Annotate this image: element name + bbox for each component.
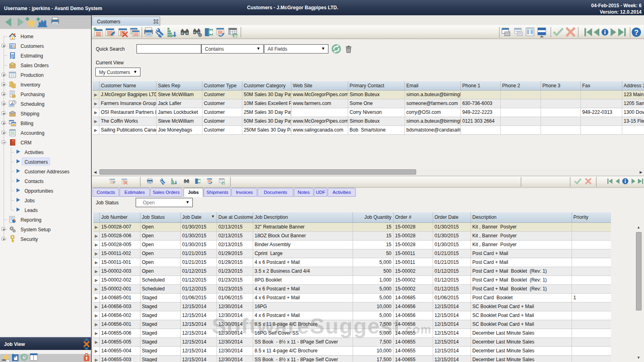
svg-text:?: ? [634, 29, 639, 37]
